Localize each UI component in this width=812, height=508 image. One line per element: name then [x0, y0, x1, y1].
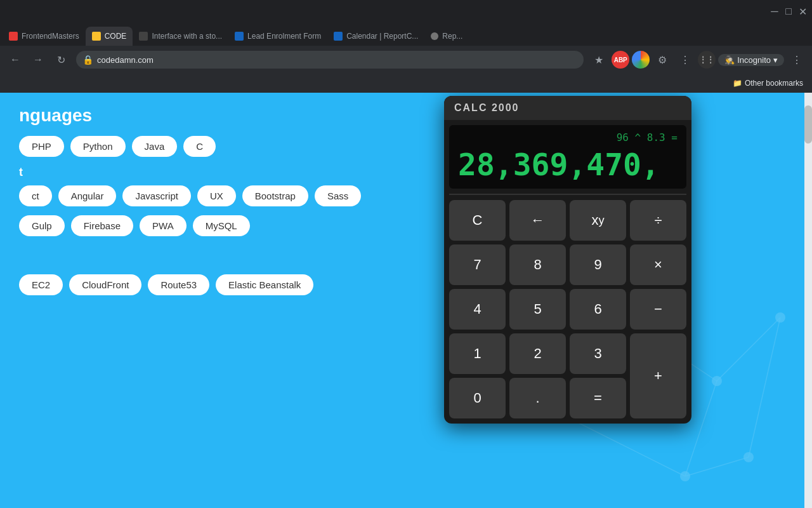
- url-text: codedamn.com: [97, 55, 154, 65]
- bookmarks-bar: 📁 Other bookmarks: [0, 74, 812, 93]
- tab-favicon: [235, 32, 244, 41]
- calc-btn-0[interactable]: 0: [449, 378, 506, 418]
- calc-btn-clear[interactable]: C: [449, 200, 506, 241]
- tab-code[interactable]: CODE: [86, 27, 133, 46]
- tag-firebase[interactable]: Firebase: [71, 215, 133, 236]
- tabs-bar: FrontendMasters CODE Interface with a st…: [0, 23, 812, 46]
- svg-point-10: [712, 376, 722, 386]
- toolbar-right: ★ ABP ⚙ ⋮ ⋮⋮ 🕵 Incognito ▾ ⋮: [589, 50, 807, 70]
- tab-calendar[interactable]: Calendar | ReportC...: [327, 27, 424, 46]
- apps-icon[interactable]: ⋮⋮: [698, 51, 716, 69]
- lock-icon: 🔒: [82, 55, 93, 65]
- tag-angular[interactable]: Angular: [58, 185, 117, 206]
- tab-label: FrontendMasters: [22, 32, 79, 41]
- tag-gulp[interactable]: Gulp: [19, 215, 65, 236]
- page-text: nguages PHP Python Java C t ct Angular J…: [0, 93, 444, 317]
- tag-cloudfront[interactable]: CloudFront: [69, 274, 141, 295]
- chrome-menu-icon[interactable]: ⋮: [787, 50, 807, 70]
- calc-btn-5[interactable]: 5: [509, 289, 566, 330]
- window-controls: ─ □ ✕: [770, 7, 807, 16]
- abp-extension-icon[interactable]: ABP: [612, 51, 629, 69]
- tag-javascript[interactable]: Javascript: [122, 185, 191, 206]
- toolbar: ← → ↻ 🔒 codedamn.com ★ ABP ⚙ ⋮ ⋮⋮ 🕵 Inco…: [0, 46, 812, 74]
- tab-interface[interactable]: Interface with a sto...: [133, 27, 228, 46]
- calc-btn-backspace[interactable]: ←: [509, 200, 566, 241]
- calc-btn-multiply[interactable]: ×: [630, 244, 686, 285]
- tag-bootstrap[interactable]: Bootstrap: [242, 185, 308, 206]
- tag-route53[interactable]: Route53: [148, 274, 209, 295]
- calc-display: 96 ^ 8.3 = 28,369,470,: [449, 125, 686, 189]
- calc-btn-divide[interactable]: ÷: [630, 200, 686, 241]
- tag-c[interactable]: C: [183, 136, 216, 157]
- calc-buttons: C ← xy ÷ 7 8 9 × 4 5 6 − 1 2 3 + 0: [444, 195, 691, 424]
- tab-label: Rep...: [442, 32, 462, 41]
- svg-point-14: [743, 452, 754, 462]
- tag-ct[interactable]: ct: [19, 185, 52, 206]
- tag-elastic-beanstalk[interactable]: Elastic Beanstalk: [216, 274, 313, 295]
- tag-mysql[interactable]: MySQL: [193, 215, 250, 236]
- abp-label: ABP: [614, 57, 627, 64]
- other-bookmarks-label: Other bookmarks: [745, 79, 803, 88]
- browser-frame: ─ □ ✕ FrontendMasters CODE Interface wit…: [0, 0, 812, 508]
- incognito-label: Incognito: [737, 55, 771, 65]
- calc-btn-2[interactable]: 2: [509, 333, 566, 374]
- title-bar: ─ □ ✕: [0, 0, 812, 23]
- tab-frontendmasters[interactable]: FrontendMasters: [3, 27, 86, 46]
- bookmark-star-icon[interactable]: ★: [589, 50, 609, 70]
- incognito-button[interactable]: 🕵 Incognito ▾: [718, 54, 784, 66]
- calc-btn-6[interactable]: 6: [570, 289, 626, 330]
- calc-btn-equals[interactable]: =: [570, 378, 626, 418]
- tag-pwa[interactable]: PWA: [140, 215, 187, 236]
- close-button[interactable]: ✕: [798, 7, 807, 16]
- tab-label: Calendar | ReportC...: [346, 32, 418, 41]
- calc-title: CALC 2000: [454, 102, 519, 114]
- calc-btn-9[interactable]: 9: [570, 244, 626, 285]
- scrollbar-track[interactable]: [804, 93, 812, 508]
- folder-icon: 📁: [733, 79, 742, 88]
- calc-btn-4[interactable]: 4: [449, 289, 506, 330]
- scrollbar-thumb[interactable]: [804, 105, 812, 144]
- other-bookmarks-button[interactable]: 📁 Other bookmarks: [729, 77, 807, 89]
- svg-line-6: [685, 457, 749, 476]
- chrome-icon[interactable]: [632, 51, 650, 69]
- forward-button[interactable]: →: [28, 50, 48, 70]
- calc-btn-decimal[interactable]: .: [509, 378, 566, 418]
- calc-expression: 96 ^ 8.3 =: [458, 131, 678, 144]
- tag-java[interactable]: Java: [132, 136, 178, 157]
- calculator-widget: CALC 2000 96 ^ 8.3 = 28,369,470, C ← xy …: [444, 96, 691, 424]
- languages-tags: PHP Python Java C: [19, 136, 425, 157]
- calc-btn-power[interactable]: xy: [570, 200, 626, 241]
- page-content: nguages PHP Python Java C t ct Angular J…: [0, 93, 812, 508]
- extensions-icon[interactable]: ⋮: [675, 50, 695, 70]
- settings-icon[interactable]: ⚙: [652, 50, 672, 70]
- calc-btn-add[interactable]: +: [630, 333, 686, 418]
- maximize-button[interactable]: □: [784, 7, 793, 16]
- tag-ux[interactable]: UX: [197, 185, 236, 206]
- tag-sass[interactable]: Sass: [315, 185, 361, 206]
- calc-btn-3[interactable]: 3: [570, 333, 626, 374]
- tab-favicon: [92, 32, 101, 41]
- tab-label: Lead Enrolment Form: [247, 32, 321, 41]
- frontend-section: t ct Angular Javascript UX Bootstrap Sas…: [19, 166, 425, 236]
- tab-lead-enrolment[interactable]: Lead Enrolment Form: [228, 27, 327, 46]
- calc-btn-1[interactable]: 1: [449, 333, 506, 374]
- languages-heading: nguages: [19, 105, 425, 126]
- refresh-button[interactable]: ↻: [51, 50, 71, 70]
- incognito-icon: 🕵: [724, 55, 735, 65]
- calc-btn-subtract[interactable]: −: [630, 289, 686, 330]
- tools-tags: Gulp Firebase PWA MySQL: [19, 215, 425, 236]
- minimize-button[interactable]: ─: [770, 7, 779, 16]
- tab-favicon: [334, 32, 343, 41]
- address-bar[interactable]: 🔒 codedamn.com: [76, 51, 584, 69]
- back-button[interactable]: ←: [5, 50, 25, 70]
- tag-php[interactable]: PHP: [19, 136, 64, 157]
- calc-btn-7[interactable]: 7: [449, 244, 506, 285]
- nav-buttons: ← → ↻: [5, 50, 71, 70]
- tag-ec2[interactable]: EC2: [19, 274, 63, 295]
- svg-point-11: [680, 471, 690, 481]
- tag-python[interactable]: Python: [70, 136, 126, 157]
- tab-favicon: [431, 32, 438, 40]
- aws-section: EC2 CloudFront Route53 Elastic Beanstalk: [19, 274, 425, 295]
- tab-rep[interactable]: Rep...: [424, 27, 469, 46]
- calc-btn-8[interactable]: 8: [509, 244, 566, 285]
